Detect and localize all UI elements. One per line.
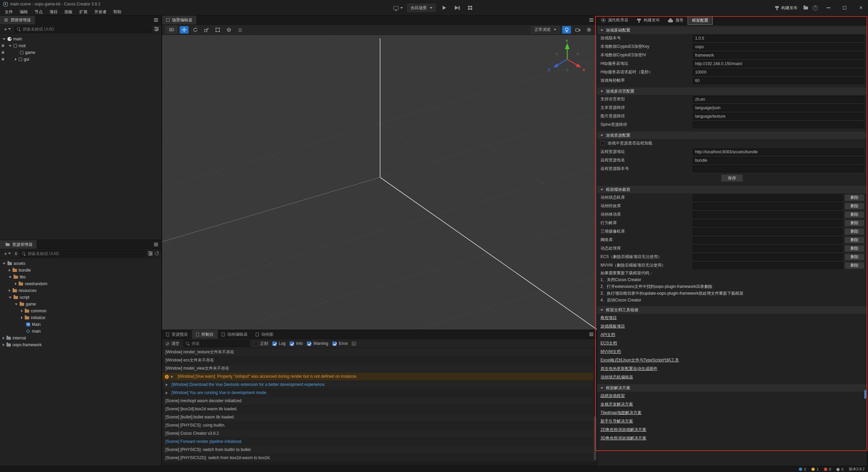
solution-link-fullstack[interactable]: 全栈开发解决方案 — [597, 400, 867, 409]
solution-link-chess[interactable]: 战棋游戏框架 — [597, 392, 867, 400]
scene-viewport[interactable]: Y X Z — [162, 35, 597, 330]
menu-project[interactable]: 项目 — [46, 8, 61, 16]
minimize-button[interactable] — [823, 0, 834, 16]
asset-node-libs[interactable]: libs — [0, 274, 161, 280]
collapse-icon[interactable] — [9, 276, 12, 278]
asset-node-common[interactable]: common — [0, 308, 161, 314]
tab-framework-config[interactable]: 框架配置 — [688, 16, 713, 25]
console-search-input[interactable] — [192, 341, 247, 346]
menu-extension[interactable]: 扩展 — [76, 8, 91, 16]
build-publish-button[interactable]: 构建发布 — [774, 5, 797, 11]
tab-property-inspector[interactable]: 属性检查器 — [597, 16, 632, 25]
rect-tool-button[interactable] — [213, 26, 222, 34]
tab-assets[interactable]: 资源管理器 — [0, 240, 37, 249]
step-button[interactable] — [453, 4, 462, 12]
menu-node[interactable]: 节点 — [31, 8, 46, 16]
asset-node-script[interactable]: script — [0, 294, 161, 301]
log-row[interactable]: [Scene] [bullet]:bullet wasm lib loaded. — [162, 413, 597, 421]
remote-url-input[interactable] — [693, 149, 864, 155]
collapse-icon[interactable] — [9, 297, 12, 298]
save-button[interactable]: 保存 — [721, 174, 743, 182]
doc-link-api[interactable]: API文档 — [597, 331, 867, 339]
tab-scene-editor[interactable]: 场景编辑器 — [162, 16, 196, 24]
tab-animation-editor[interactable]: 动画编辑器 — [218, 330, 252, 339]
scale-tool-button[interactable] — [202, 26, 211, 34]
lighting-toggle-button[interactable] — [562, 26, 571, 34]
delete-button[interactable]: 删除 — [845, 237, 864, 243]
image-res-path-input[interactable] — [693, 113, 864, 120]
delete-button[interactable]: 删除 — [845, 245, 864, 252]
remote-version-input[interactable] — [693, 165, 864, 172]
expand-icon[interactable] — [171, 375, 173, 378]
asset-node-main-scene[interactable]: main — [0, 328, 161, 335]
delete-button[interactable]: 删除 — [845, 254, 864, 260]
collapse-icon[interactable] — [3, 263, 5, 264]
panel-menu-icon[interactable] — [589, 333, 593, 336]
game-version-input[interactable] — [693, 35, 864, 42]
log-row[interactable]: [Scene] [box2d]:box2d wasm lib loaded. — [162, 405, 597, 413]
menu-edit[interactable]: 编辑 — [16, 8, 31, 16]
error-count-badge[interactable]: 0 — [824, 467, 831, 471]
tree-node-root[interactable]: root — [0, 42, 161, 49]
solution-link-2d-rpg[interactable]: 2D角色扮演游戏解决方案 — [597, 426, 867, 434]
crypto-key-input[interactable] — [693, 43, 864, 50]
dashboard-button[interactable] — [466, 4, 475, 12]
delete-button[interactable]: 删除 — [845, 228, 864, 235]
info-count-badge[interactable]: 3 — [799, 467, 806, 471]
tab-service[interactable]: 服务 — [664, 16, 688, 25]
section-doc-links[interactable]: 框架文档工具链接 — [597, 306, 867, 314]
log-row[interactable]: [Scene] [PHYSICS]: switch from builtin t… — [162, 446, 597, 454]
spine-res-path-input[interactable] — [693, 121, 864, 128]
asset-node-initialize[interactable]: initialize — [0, 314, 161, 321]
menu-developer[interactable]: 开发者 — [91, 8, 110, 16]
panel-menu-icon[interactable] — [154, 18, 158, 22]
log-row[interactable]: [Window] ecs文件夹不存在 — [162, 356, 597, 365]
filter-icon[interactable] — [154, 27, 159, 31]
menu-help[interactable]: 帮助 — [110, 8, 125, 16]
expand-icon[interactable] — [166, 383, 167, 386]
doc-link-hotupdate-plugin[interactable]: 原生包热更新配置自动生成插件 — [597, 365, 867, 373]
create-asset-button[interactable] — [3, 250, 12, 257]
hierarchy-search-input[interactable] — [23, 27, 150, 32]
delete-button[interactable]: 删除 — [845, 262, 864, 269]
log-row-link[interactable]: [Window] Download the Vue Devtools exten… — [162, 381, 597, 389]
lock-icon[interactable] — [2, 52, 4, 54]
close-button[interactable] — [855, 0, 867, 16]
menu-file[interactable]: 文件 — [1, 8, 16, 16]
expand-icon[interactable] — [3, 337, 4, 339]
camera-preview-button[interactable] — [573, 26, 582, 34]
filter-icon[interactable] — [148, 252, 153, 255]
http-server-input[interactable] — [693, 60, 864, 67]
tab-console[interactable]: 控制台 — [192, 330, 218, 339]
delete-button[interactable]: 删除 — [845, 220, 864, 227]
languages-input[interactable] — [693, 96, 864, 103]
section-i18n[interactable]: 游戏多语言配置 — [597, 87, 867, 95]
scrollbar-thumb[interactable] — [594, 416, 596, 460]
view-gizmo[interactable]: Y X Z — [545, 39, 589, 79]
console-scrollbar[interactable] — [593, 348, 597, 462]
solution-link-3d-rpg[interactable]: 3D角色扮演游戏解决方案 — [597, 434, 867, 442]
log-row[interactable]: [Scene] [PHYSICS2D]: switch from box2d-w… — [162, 454, 597, 462]
help-button[interactable] — [813, 5, 818, 11]
tree-node-main[interactable]: main — [0, 36, 161, 42]
asset-node-seedrandom[interactable]: seedrandom — [0, 280, 161, 287]
expand-icon[interactable] — [9, 289, 11, 292]
gizmo-tool-button[interactable] — [224, 26, 233, 34]
tab-asset-preview[interactable]: 资源预览 — [162, 330, 192, 339]
solution-link-tiledmap[interactable]: Tiledmap地图解决方案 — [597, 409, 867, 417]
refresh-icon[interactable] — [155, 252, 159, 255]
doc-link-animator-editor[interactable]: 动画状态机编辑器 — [597, 373, 867, 381]
solution-link-guide[interactable]: 新手引导解决方案 — [597, 417, 867, 426]
lock-icon[interactable] — [2, 59, 4, 60]
clear-console-button[interactable]: 清空 — [165, 341, 179, 347]
inspector-scrollbar-thumb[interactable] — [864, 390, 866, 399]
create-node-button[interactable] — [3, 26, 12, 33]
expand-icon[interactable] — [21, 316, 23, 319]
collapse-icon[interactable] — [15, 303, 18, 305]
tab-animation-graph[interactable]: 动画图 — [252, 330, 277, 339]
asset-node-game[interactable]: game — [0, 301, 161, 308]
section-game-basic[interactable]: 游戏基础配置 — [597, 26, 867, 34]
collapse-icon[interactable] — [3, 38, 5, 40]
collapse-icon[interactable] — [9, 45, 12, 47]
expand-icon[interactable] — [166, 392, 167, 394]
